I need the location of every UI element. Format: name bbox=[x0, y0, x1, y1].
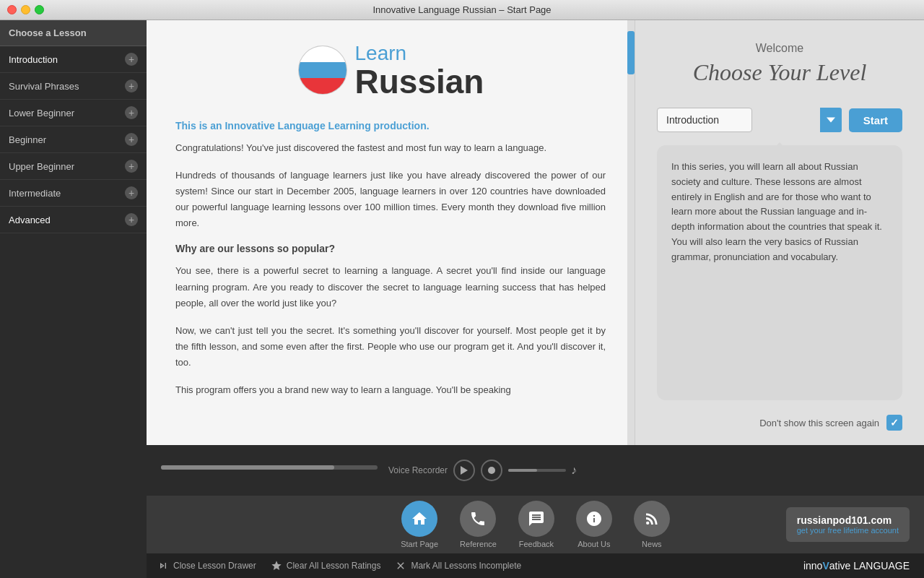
nav-reference[interactable]: Reference bbox=[460, 501, 497, 548]
article-paragraph-4: Now, we can't just tell you the secret. … bbox=[175, 323, 606, 371]
sidebar-item-intermediate[interactable]: Intermediate + bbox=[0, 180, 147, 207]
expand-icon[interactable]: + bbox=[125, 79, 138, 92]
reference-icon-circle bbox=[460, 501, 496, 537]
star-icon bbox=[271, 560, 282, 571]
logo-text: Learn Russian bbox=[355, 42, 484, 98]
article-subheading: Why are our lessons so popular? bbox=[175, 243, 606, 254]
bubble-text: In this series, you will learn all about… bbox=[671, 160, 888, 265]
sidebar-item-lower-beginner[interactable]: Lower Beginner + bbox=[0, 100, 147, 126]
title-bar: Innovative Language Russian – Start Page bbox=[0, 0, 924, 20]
nav-icons-bar: Start Page Reference Feedback bbox=[147, 496, 924, 553]
nav-feedback-label: Feedback bbox=[519, 540, 554, 548]
welcome-text: Welcome bbox=[657, 42, 902, 55]
nav-about-us-label: About Us bbox=[578, 540, 610, 548]
minimize-button[interactable] bbox=[21, 5, 30, 14]
window-title: Innovative Language Russian – Start Page bbox=[372, 4, 551, 15]
dropdown-container: Introduction Survival Phrases Lower Begi… bbox=[657, 108, 842, 132]
article-paragraph-3: You see, there is a powerful secret to l… bbox=[175, 263, 606, 311]
article-paragraph-1: Congratulations! You've just discovered … bbox=[175, 140, 606, 156]
sidebar-item-label: Introduction bbox=[9, 54, 58, 65]
sidebar-item-advanced[interactable]: Advanced + bbox=[0, 207, 147, 233]
record-button[interactable] bbox=[481, 460, 502, 481]
brand-cta: get your free lifetime account bbox=[797, 526, 899, 535]
traffic-lights[interactable] bbox=[7, 5, 44, 14]
scrollbar-thumb[interactable] bbox=[627, 31, 635, 74]
expand-icon[interactable]: + bbox=[125, 53, 138, 66]
dont-show-checkbox[interactable] bbox=[886, 415, 902, 431]
progress-fill bbox=[161, 465, 334, 470]
expand-icon[interactable]: + bbox=[125, 213, 138, 226]
scrollbar-track[interactable] bbox=[627, 20, 635, 445]
russian-flag-icon bbox=[297, 45, 348, 95]
sidebar-item-introduction[interactable]: Introduction + bbox=[0, 46, 147, 73]
sidebar-header: Choose a Lesson bbox=[0, 20, 147, 46]
nav-about-us[interactable]: About Us bbox=[576, 501, 612, 548]
chevron-down-icon bbox=[827, 117, 835, 123]
home-icon bbox=[411, 510, 428, 527]
progress-bar-container bbox=[161, 465, 378, 475]
logo-learn-text: Learn bbox=[355, 42, 484, 65]
svg-marker-5 bbox=[461, 466, 468, 475]
svg-rect-3 bbox=[299, 62, 346, 78]
volume-track[interactable] bbox=[508, 469, 566, 472]
nav-news[interactable]: News bbox=[634, 501, 670, 548]
dropdown-arrow-icon bbox=[820, 108, 842, 132]
mark-incomplete-button[interactable]: Mark All Lessons Incomplete bbox=[395, 560, 521, 571]
dont-show-label: Don't show this screen again bbox=[759, 418, 879, 428]
nav-start-page[interactable]: Start Page bbox=[401, 501, 438, 548]
level-dropdown[interactable]: Introduction Survival Phrases Lower Begi… bbox=[657, 108, 752, 132]
sidebar-item-upper-beginner[interactable]: Upper Beginner + bbox=[0, 153, 147, 180]
mark-incomplete-label: Mark All Lessons Incomplete bbox=[411, 561, 521, 571]
phone-icon bbox=[469, 510, 487, 527]
expand-icon[interactable]: + bbox=[125, 133, 138, 146]
sidebar-item-survival-phrases[interactable]: Survival Phrases + bbox=[0, 73, 147, 100]
skip-icon bbox=[157, 560, 169, 571]
volume-fill bbox=[508, 469, 537, 472]
footer-logo: innoVative LANGUAGE bbox=[803, 559, 910, 572]
close-lesson-drawer-label: Close Lesson Drawer bbox=[173, 561, 256, 571]
audio-controls: Voice Recorder ♪ bbox=[388, 460, 577, 481]
nav-feedback[interactable]: Feedback bbox=[518, 501, 554, 548]
volume-bar: ♪ bbox=[508, 464, 577, 477]
x-icon bbox=[395, 560, 406, 571]
audio-bar: Voice Recorder ♪ bbox=[147, 445, 924, 496]
footer-logo-text: innoVative LANGUAGE bbox=[803, 560, 910, 571]
footer-bar: Close Lesson Drawer Clear All Lesson Rat… bbox=[147, 553, 924, 578]
play-icon bbox=[461, 466, 468, 475]
article-heading: This is an Innovative Language Learning … bbox=[175, 120, 606, 131]
feedback-icon bbox=[528, 510, 545, 527]
expand-icon[interactable]: + bbox=[125, 186, 138, 199]
nav-start-page-label: Start Page bbox=[401, 540, 438, 548]
news-icon-circle bbox=[634, 501, 670, 537]
sidebar: Choose a Lesson Introduction + Survival … bbox=[0, 20, 147, 578]
logo-russian-text: Russian bbox=[355, 65, 484, 98]
sidebar-item-label: Lower Beginner bbox=[9, 108, 74, 118]
sidebar-item-beginner[interactable]: Beginner + bbox=[0, 126, 147, 153]
volume-icon: ♪ bbox=[571, 464, 577, 477]
start-button[interactable]: Start bbox=[849, 108, 902, 132]
branding-area[interactable]: russianpod101.com get your free lifetime… bbox=[786, 507, 910, 542]
svg-point-6 bbox=[646, 522, 649, 525]
choose-level-heading: Choose Your Level bbox=[657, 59, 902, 86]
article-panel: Learn Russian This is an Innovative Lang… bbox=[147, 20, 635, 445]
expand-icon[interactable]: + bbox=[125, 106, 138, 119]
about-icon-circle bbox=[576, 501, 612, 537]
sidebar-item-label: Advanced bbox=[9, 215, 51, 225]
close-lesson-drawer-button[interactable]: Close Lesson Drawer bbox=[157, 560, 256, 571]
maximize-button[interactable] bbox=[35, 5, 44, 14]
play-button[interactable] bbox=[453, 460, 475, 481]
article-paragraph-5: This program offers you a brand new way … bbox=[175, 382, 606, 398]
article-paragraph-2: Hundreds of thousands of language learne… bbox=[175, 168, 606, 231]
clear-ratings-button[interactable]: Clear All Lesson Ratings bbox=[271, 560, 381, 571]
nav-reference-label: Reference bbox=[460, 540, 497, 548]
clear-ratings-label: Clear All Lesson Ratings bbox=[287, 561, 381, 571]
dont-show-row: Don't show this screen again bbox=[657, 415, 902, 431]
expand-icon[interactable]: + bbox=[125, 160, 138, 173]
sidebar-item-label: Beginner bbox=[9, 134, 46, 145]
progress-track[interactable] bbox=[161, 465, 378, 470]
close-button[interactable] bbox=[7, 5, 17, 14]
nav-news-label: News bbox=[642, 540, 662, 548]
sidebar-item-label: Intermediate bbox=[9, 188, 61, 199]
main-content: Learn Russian This is an Innovative Lang… bbox=[147, 20, 924, 445]
logo-area: Learn Russian bbox=[175, 42, 606, 98]
